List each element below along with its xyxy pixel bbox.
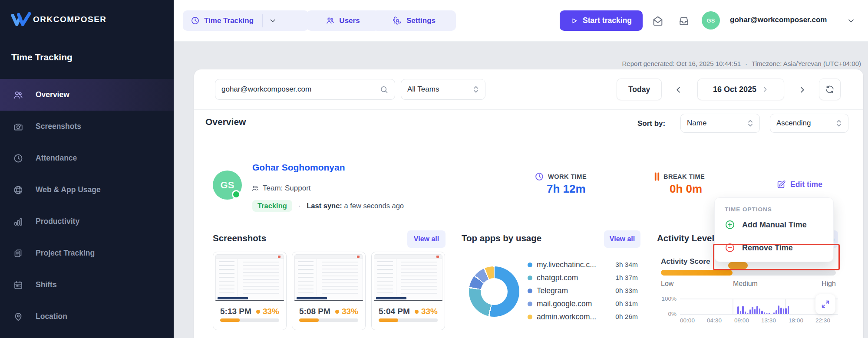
top-apps-donut [469, 266, 519, 317]
sidebar-item-shifts[interactable]: Shifts [0, 269, 174, 301]
avatar-initials: GS [221, 180, 234, 191]
y-axis-0-label: 0% [659, 311, 677, 317]
scale-low-label: Low [661, 280, 673, 288]
select-chevrons-icon [836, 119, 842, 127]
chevron-down-icon[interactable] [847, 16, 855, 25]
legend-dot-icon [528, 289, 532, 293]
chevron-right-icon[interactable] [797, 85, 807, 95]
play-icon [571, 17, 578, 25]
logo-w-icon [11, 12, 31, 27]
sidebar-item-attendance[interactable]: Attendance [0, 142, 174, 174]
search-input[interactable]: gohar@workcomposer.com [215, 79, 395, 100]
scale-high-label: High [822, 280, 836, 288]
divider [194, 140, 863, 140]
sort-direction-select[interactable]: Ascending [770, 114, 848, 133]
screenshot-activity-percent: 33% [263, 307, 279, 316]
screenshots-view-all-button[interactable]: View all [407, 230, 446, 248]
screenshot-thumbnail[interactable]: 5:04 PM 33% [371, 252, 445, 330]
add-manual-time-item[interactable]: Add Manual Time [725, 220, 807, 230]
sidebar-item-project-tracking[interactable]: Project Tracking [0, 237, 174, 269]
start-tracking-button[interactable]: Start tracking [560, 10, 643, 31]
dot-separator: · [298, 202, 300, 210]
screenshot-time: 5:08 PM [299, 307, 330, 316]
app-name: admin.workcom... [537, 312, 615, 322]
activity-section-title: Activity Level [657, 233, 714, 243]
activity-score-badge [728, 262, 748, 269]
teams-select[interactable]: All Teams [401, 79, 485, 100]
screenshot-preview-image [215, 254, 284, 301]
x-tick-label: 00:00 [680, 317, 695, 324]
app-name: mail.google.com [537, 299, 615, 308]
screenshot-thumbnail[interactable]: 5:13 PM 33% [213, 252, 287, 330]
avatar-initials: GS [707, 17, 715, 24]
user-team-label: Team: Support [263, 184, 311, 193]
remove-time-label: Remove Time [742, 243, 793, 253]
sidebar-item-screenshots[interactable]: Screenshots [0, 111, 174, 142]
preview-sidebar-lines [216, 259, 238, 296]
search-input-value: gohar@workcomposer.com [221, 85, 380, 94]
chevron-down-icon[interactable] [269, 17, 277, 25]
clock-icon [191, 16, 200, 25]
camera-icon [13, 121, 23, 132]
users-nav-button[interactable]: Users [307, 10, 379, 31]
today-button[interactable]: Today [617, 79, 662, 100]
remove-time-item[interactable]: Remove Time [725, 243, 793, 253]
refresh-button[interactable] [819, 79, 841, 100]
screenshot-activity-bar [220, 318, 279, 322]
top-app-row: my.livechatinc.c... 3h 34m [528, 259, 638, 270]
dot-separator: · [745, 60, 747, 67]
search-icon[interactable] [380, 85, 389, 94]
divider [194, 109, 863, 110]
last-sync-value: a few seconds ago [344, 202, 404, 210]
settings-nav-label: Settings [406, 16, 436, 25]
screenshot-activity-percent: 33% [421, 307, 438, 316]
date-picker-button[interactable]: 16 Oct 2025 [697, 79, 784, 100]
work-time-label: WORK TIME [548, 173, 587, 180]
break-time-pause-icon [653, 172, 661, 181]
sidebar-item-label: Attendance [36, 154, 77, 163]
user-name-link[interactable]: Gohar Soghomonyan [252, 162, 345, 173]
sidebar-item-label: Web & App Usage [36, 185, 101, 194]
inbox-icon[interactable] [678, 15, 690, 27]
expand-chart-button[interactable] [815, 294, 835, 314]
sort-direction-value: Ascending [776, 119, 811, 128]
sort-field-select[interactable]: Name [680, 114, 760, 133]
sidebar: ORKCOMPOSER Time Tracking Overview Scree… [0, 0, 174, 338]
preview-content-lines [317, 259, 363, 296]
top-apps-view-all-button[interactable]: View all [604, 230, 640, 248]
sidebar-item-label: Productivity [36, 217, 79, 226]
edit-time-label: Edit time [790, 180, 822, 189]
account-email[interactable]: gohar@workcomposer.com [730, 16, 827, 24]
mail-icon[interactable] [652, 15, 664, 27]
globe-icon [13, 185, 23, 195]
sidebar-item-location[interactable]: Location [0, 301, 174, 332]
legend-dot-icon [528, 263, 532, 267]
sidebar-item-overview[interactable]: Overview [0, 79, 174, 111]
app-duration: 3h 34m [615, 261, 638, 269]
user-team: Team: Support [251, 184, 311, 193]
top-apps-section-title: Top apps by usage [462, 233, 541, 243]
app-name: my.livechatinc.c... [537, 260, 615, 269]
settings-nav-button[interactable]: Settings [373, 10, 456, 31]
sidebar-item-productivity[interactable]: Productivity [0, 206, 174, 237]
screenshot-preview-image [374, 254, 442, 301]
report-meta: Report generated: Oct 16, 2025 10:44:51 … [622, 60, 861, 67]
sidebar-item-web-app-usage[interactable]: Web & App Usage [0, 174, 174, 206]
minus-circle-icon [725, 243, 735, 253]
expand-arrows-icon [821, 299, 830, 309]
users-icon [326, 16, 335, 25]
app-duration: 0h 31m [615, 300, 638, 308]
time-tracking-menu-button[interactable]: Time Tracking [183, 10, 309, 31]
select-chevrons-icon [473, 85, 479, 93]
edit-time-button[interactable]: Edit time [776, 180, 822, 189]
screenshot-thumbnail[interactable]: 5:08 PM 33% [292, 252, 366, 330]
top-app-row: admin.workcom... 0h 26m [528, 312, 638, 322]
tracking-status-badge: Tracking [252, 200, 292, 212]
account-avatar[interactable]: GS [702, 11, 720, 30]
chevron-left-icon[interactable] [674, 85, 683, 95]
scale-medium-label: Medium [733, 280, 758, 288]
sidebar-nav: Overview Screenshots Attendance Web & Ap… [0, 79, 174, 332]
x-tick-label: 04:30 [707, 317, 722, 324]
activity-score-bar [661, 270, 836, 276]
app-duration: 0h 33m [615, 287, 638, 295]
